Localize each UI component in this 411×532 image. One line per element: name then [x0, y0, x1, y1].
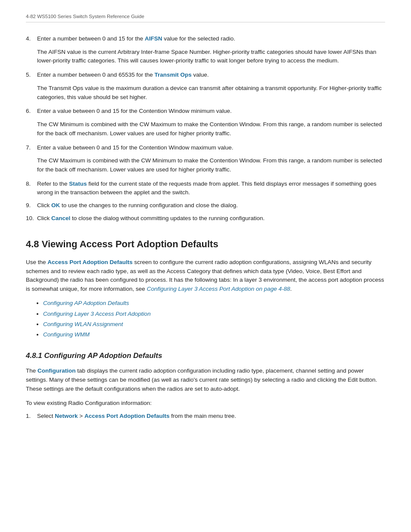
section-4-8-1-para1-before: The — [26, 367, 37, 374]
step-4: 4. Enter a number between 0 and 15 for t… — [26, 34, 385, 65]
section-4-8-1-heading-text: 4.8.1 Configuring AP Adoption Defaults — [26, 352, 162, 360]
network-link[interactable]: Network — [55, 413, 78, 419]
section-4-8-1-step1-num: 1. — [26, 412, 37, 420]
step-10-text-after: to close the dialog without committing u… — [70, 215, 265, 221]
step-5-num: 5. — [26, 71, 37, 79]
step-10: 10. Click Cancel to close the dialog wit… — [26, 214, 385, 223]
step-10-cancel-link[interactable]: Cancel — [51, 215, 70, 221]
step-4-aifsn-link[interactable]: AIFSN — [145, 35, 162, 42]
step-5-content: Enter a number between 0 and 65535 for t… — [37, 71, 385, 79]
step-8-text-before: Refer to the — [37, 180, 69, 187]
step-8: 8. Refer to the Status field for the cur… — [26, 180, 385, 197]
bullet-item-1: Configuring AP Adoption Defaults — [43, 299, 385, 308]
section-4-8-1-step1: 1. Select Network > Access Port Adoption… — [26, 412, 385, 420]
step-6-sub: The CW Minimum is combined with the CW M… — [37, 120, 385, 138]
bullet-item-4: Configuring WMM — [43, 330, 385, 339]
step-6-content: Enter a value between 0 and 15 for the C… — [37, 107, 385, 115]
step-6-num: 6. — [26, 107, 37, 115]
section-4-8-heading-text: 4.8 Viewing Access Port Adoption Default… — [26, 239, 218, 249]
step-9-num: 9. — [26, 201, 37, 210]
step-9-text-after: to use the changes to the running config… — [60, 202, 238, 208]
step-8-text-after: field for the current state of the reque… — [37, 180, 377, 196]
section-4-8-intro: Use the Access Port Adoption Defaults sc… — [26, 258, 385, 294]
configuration-tab-link[interactable]: Configuration — [37, 367, 75, 374]
section-4-8-1-para1: The Configuration tab displays the curre… — [26, 367, 385, 394]
step-4-num: 4. — [26, 34, 37, 43]
page-container: 4-82 WS5100 Series Switch System Referen… — [0, 0, 411, 532]
step-8-content: Refer to the Status field for the curren… — [37, 180, 385, 197]
bullet-link-1[interactable]: Configuring AP Adoption Defaults — [43, 300, 129, 306]
step1-text-before: Select — [37, 413, 55, 419]
configuring-layer3-link[interactable]: Configuring Layer 3 Access Port Adoption… — [147, 286, 290, 292]
bullet-link-3[interactable]: Configuring WLAN Assignment — [43, 321, 123, 327]
step-10-text-before: Click — [37, 215, 51, 221]
step1-text-after: from the main menu tree. — [169, 413, 236, 419]
step-9-content: Click OK to use the changes to the runni… — [37, 201, 385, 210]
step-6: 6. Enter a value between 0 and 15 for th… — [26, 107, 385, 138]
step-5: 5. Enter a number between 0 and 65535 fo… — [26, 71, 385, 102]
access-port-adoption-defaults-link[interactable]: Access Port Adoption Defaults — [47, 259, 133, 265]
step-5-text-after: value. — [192, 72, 209, 78]
section-4-8-1-para1-after: tab displays the current radio adoption … — [26, 367, 377, 392]
section-4-8-bullets: Configuring AP Adoption Defaults Configu… — [43, 299, 385, 339]
step-10-num: 10. — [26, 214, 37, 223]
page-header-text: 4-82 WS5100 Series Switch System Referen… — [26, 14, 144, 19]
step-8-num: 8. — [26, 180, 37, 188]
bullet-item-3: Configuring WLAN Assignment — [43, 320, 385, 329]
step-7-sub: The CW Maximum is combined with the CW M… — [37, 156, 385, 174]
step-4-text-before: Enter a number between 0 and 15 for the — [37, 35, 145, 42]
step-9-ok-link[interactable]: OK — [51, 202, 60, 208]
section-4-8-1-para2: To view existing Radio Configuration inf… — [26, 399, 385, 408]
step-4-content: Enter a number between 0 and 15 for the … — [37, 34, 385, 43]
step-4-sub: The AIFSN value is the current Arbitrary… — [37, 48, 385, 66]
bullet-link-4[interactable]: Configuring WMM — [43, 331, 90, 338]
step-8-status-link[interactable]: Status — [69, 180, 87, 187]
bullet-item-2: Configuring Layer 3 Access Port Adoption — [43, 310, 385, 318]
step-5-sub: The Transmit Ops value is the maximum du… — [37, 84, 385, 102]
page-header: 4-82 WS5100 Series Switch System Referen… — [26, 13, 385, 22]
section-4-8-heading: 4.8 Viewing Access Port Adoption Default… — [26, 237, 385, 251]
section-4-8-intro-before: Use the — [26, 259, 47, 265]
step-7: 7. Enter a value between 0 and 15 for th… — [26, 143, 385, 174]
section-4-8-1-heading: 4.8.1 Configuring AP Adoption Defaults — [26, 350, 385, 361]
step-4-text-after: value for the selected radio. — [162, 35, 235, 42]
step-5-transmit-link[interactable]: Transmit Ops — [154, 72, 191, 78]
bullet-link-2[interactable]: Configuring Layer 3 Access Port Adoption — [43, 311, 151, 317]
step1-arrow: > — [78, 413, 84, 419]
step-10-content: Click Cancel to close the dialog without… — [37, 214, 385, 223]
step-7-content: Enter a value between 0 and 15 for the C… — [37, 143, 385, 152]
step-9: 9. Click OK to use the changes to the ru… — [26, 201, 385, 210]
section-4-8-intro-end: . — [290, 286, 292, 292]
section-4-8-1-step1-content: Select Network > Access Port Adoption De… — [37, 412, 385, 420]
access-port-adoption-link[interactable]: Access Port Adoption Defaults — [84, 413, 170, 419]
step-9-text-before: Click — [37, 202, 51, 208]
step-5-text-before: Enter a number between 0 and 65535 for t… — [37, 72, 154, 78]
step-7-num: 7. — [26, 143, 37, 152]
